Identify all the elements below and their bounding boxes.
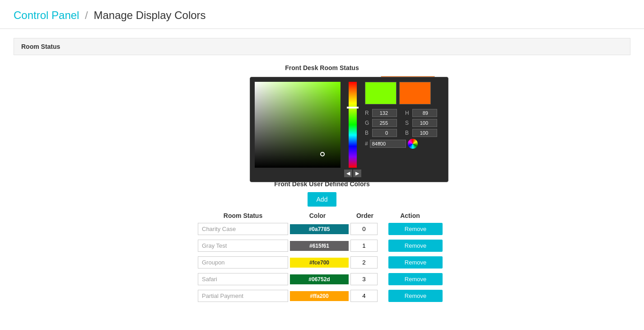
row-name-input[interactable] bbox=[198, 273, 288, 285]
b-label: B bbox=[365, 130, 371, 136]
hash-row: # bbox=[365, 139, 443, 149]
breadcrumb: Control Panel / Manage Display Colors bbox=[14, 9, 630, 22]
hash-symbol: # bbox=[365, 141, 368, 147]
add-button[interactable]: Add bbox=[308, 192, 337, 207]
row-order-input[interactable] bbox=[350, 240, 378, 252]
color-gradient[interactable] bbox=[255, 82, 341, 168]
col-room-status: Room Status bbox=[198, 212, 288, 219]
col-order: Order bbox=[347, 212, 383, 219]
table-row: #0a7785 Remove bbox=[198, 223, 446, 235]
picker-inputs: R H G S bbox=[365, 109, 443, 149]
section-header: Room Status bbox=[14, 38, 630, 55]
r-input[interactable] bbox=[372, 109, 397, 117]
row-order-input[interactable] bbox=[350, 223, 378, 235]
b2-input-row: B bbox=[405, 129, 443, 137]
color-table: Room Status Color Order Action #0a7785 R… bbox=[198, 212, 446, 306]
control-panel-link[interactable]: Control Panel bbox=[14, 9, 79, 21]
hue-cursor bbox=[347, 107, 359, 108]
table-row: #615f61 Remove bbox=[198, 240, 446, 252]
remove-button[interactable]: Remove bbox=[388, 240, 443, 252]
h-input-row: H bbox=[405, 109, 443, 117]
row-name-input[interactable] bbox=[198, 256, 288, 269]
color-preview-current bbox=[399, 82, 431, 104]
remove-button[interactable]: Remove bbox=[388, 273, 443, 285]
hue-slider[interactable] bbox=[349, 82, 357, 168]
color-picker-popup: ◀ ▶ R bbox=[250, 77, 448, 182]
h-input[interactable] bbox=[412, 109, 437, 117]
s-label: S bbox=[405, 120, 411, 126]
picker-right-btn[interactable]: ▶ bbox=[353, 170, 361, 177]
s-input[interactable] bbox=[412, 119, 437, 127]
row-order-input[interactable] bbox=[350, 256, 378, 269]
row-color-tag[interactable]: #ffa200 bbox=[290, 291, 349, 301]
color-wheel-button[interactable] bbox=[408, 139, 418, 149]
r-input-row: R bbox=[365, 109, 403, 117]
table-row: #06752d Remove bbox=[198, 273, 446, 285]
g-input-row: G bbox=[365, 119, 403, 127]
breadcrumb-separator: / bbox=[85, 9, 88, 21]
b-input-row: B bbox=[365, 129, 403, 137]
section-title: Room Status bbox=[21, 43, 623, 50]
g-label: G bbox=[365, 120, 371, 126]
front-desk-title: Front Desk Room Status bbox=[209, 64, 435, 71]
room-status-section: Room Status Front Desk Room Status Check… bbox=[14, 38, 630, 306]
color-preview-new bbox=[365, 82, 397, 104]
table-row: #fce700 Remove bbox=[198, 256, 446, 269]
col-color: Color bbox=[288, 212, 347, 219]
row-color-tag[interactable]: #fce700 bbox=[290, 258, 349, 268]
remove-button[interactable]: Remove bbox=[388, 290, 443, 302]
b-input[interactable] bbox=[372, 129, 397, 137]
row-color-tag[interactable]: #0a7785 bbox=[290, 224, 349, 234]
g-input[interactable] bbox=[372, 119, 397, 127]
b2-input[interactable] bbox=[412, 129, 437, 137]
remove-button[interactable]: Remove bbox=[388, 256, 443, 269]
picker-left-btn[interactable]: ◀ bbox=[344, 170, 352, 177]
row-name-input[interactable] bbox=[198, 240, 288, 252]
picker-right-panel: R H G S bbox=[365, 82, 443, 177]
row-name-input[interactable] bbox=[198, 223, 288, 235]
col-action: Action bbox=[383, 212, 437, 219]
row-order-input[interactable] bbox=[350, 273, 378, 285]
color-rows-container: #0a7785 Remove #615f61 Remove #fce700 Re… bbox=[198, 223, 446, 302]
page-title: Manage Display Colors bbox=[93, 9, 205, 21]
s-input-row: S bbox=[405, 119, 443, 127]
b2-label: B bbox=[405, 130, 411, 136]
r-label: R bbox=[365, 110, 371, 116]
row-order-input[interactable] bbox=[350, 290, 378, 302]
hash-input[interactable] bbox=[370, 140, 406, 148]
row-name-input[interactable] bbox=[198, 290, 288, 302]
user-defined-section: Front Desk User Defined Colors Add Room … bbox=[14, 176, 630, 306]
remove-button[interactable]: Remove bbox=[388, 223, 443, 235]
row-color-tag[interactable]: #615f61 bbox=[290, 241, 349, 251]
gradient-cursor bbox=[320, 152, 325, 156]
page-header: Control Panel / Manage Display Colors bbox=[0, 0, 644, 29]
row-color-tag[interactable]: #06752d bbox=[290, 274, 349, 284]
h-label: H bbox=[405, 110, 411, 116]
table-row: #ffa200 Remove bbox=[198, 290, 446, 302]
table-header: Room Status Color Order Action bbox=[198, 212, 446, 219]
color-previews bbox=[365, 82, 443, 104]
